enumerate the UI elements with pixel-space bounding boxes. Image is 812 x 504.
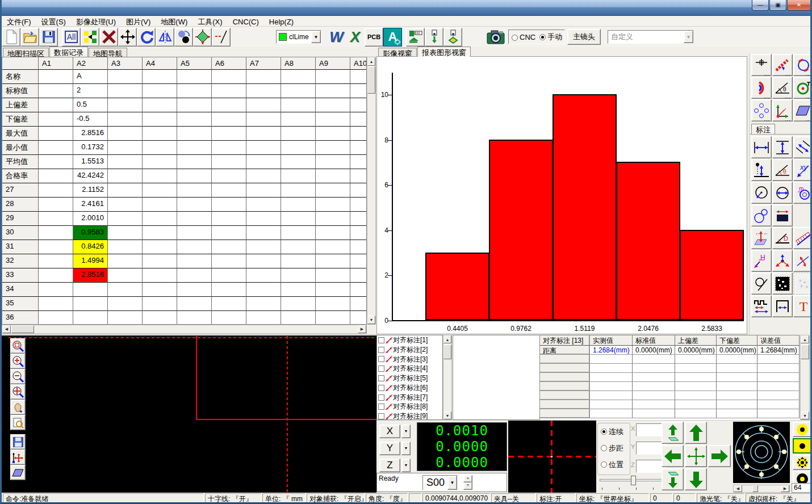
scroll-up-arrow[interactable]: ▲ bbox=[801, 335, 809, 343]
axis-y-dropdown[interactable]: ▼ bbox=[401, 442, 411, 455]
height-label-dim-button[interactable]: H bbox=[751, 250, 772, 272]
jog-x-minus-button[interactable] bbox=[662, 445, 684, 467]
color-select[interactable]: clLime ▼ bbox=[276, 30, 321, 44]
trim-line-button[interactable] bbox=[212, 28, 231, 47]
rectangle-dim-button[interactable] bbox=[772, 204, 793, 226]
light-square-button[interactable] bbox=[793, 438, 812, 453]
table-row[interactable]: 36 bbox=[2, 311, 366, 325]
line-angle-dim-button[interactable]: D bbox=[772, 227, 793, 249]
scroll-down-arrow[interactable]: ▼ bbox=[801, 411, 809, 419]
result-table-scrollbar[interactable]: ▲ ▼ bbox=[800, 335, 810, 420]
preview-button[interactable] bbox=[10, 415, 26, 430]
table-row[interactable]: 321.4994 bbox=[2, 254, 366, 268]
preset-select-arrow[interactable]: ▼ bbox=[684, 31, 693, 43]
cnc-radio-circle[interactable] bbox=[512, 35, 518, 41]
menu-cnc[interactable]: CNC(C) bbox=[228, 16, 264, 27]
tab-data-record[interactable]: 数据记录 bbox=[49, 47, 88, 57]
scroll-thumb[interactable] bbox=[11, 325, 34, 333]
table-row[interactable]: 合格率42.4242 bbox=[2, 169, 366, 183]
width-dim-button[interactable] bbox=[772, 295, 793, 317]
scroll-thumb[interactable] bbox=[801, 345, 809, 359]
table-row[interactable]: 最小值0.1732 bbox=[2, 141, 366, 155]
jog-mode-position[interactable]: 位置 bbox=[598, 456, 630, 473]
jog-x-plus-button[interactable] bbox=[708, 445, 731, 467]
table-row[interactable]: 下偏差-0.5 bbox=[2, 112, 366, 127]
axes-3d-dim-button[interactable] bbox=[772, 250, 793, 272]
scroll-right-arrow[interactable]: ▶ bbox=[781, 485, 789, 492]
table-row[interactable]: 332.8516 bbox=[2, 268, 366, 283]
annotation-list-item[interactable]: 对齐标注[5] bbox=[377, 373, 442, 383]
select-all-button[interactable]: All bbox=[62, 28, 81, 47]
light-segmented-button[interactable] bbox=[793, 455, 812, 470]
circle-group-tool-button[interactable]: ... bbox=[751, 99, 772, 121]
ring-light-control[interactable] bbox=[733, 422, 790, 483]
bitmap-region-button[interactable] bbox=[772, 272, 793, 295]
annotation-list-scrollbar[interactable]: ▲ ▼ bbox=[443, 335, 452, 420]
marked-circle-dim-button[interactable]: m bbox=[793, 182, 812, 204]
circle-line-dim-button[interactable] bbox=[751, 272, 772, 295]
table-row[interactable]: 292.0010 bbox=[2, 212, 366, 226]
sort-points-button[interactable] bbox=[81, 28, 99, 47]
text-tool-button[interactable]: T bbox=[793, 295, 812, 317]
axis-x-dropdown[interactable]: ▼ bbox=[401, 425, 411, 438]
table-row[interactable]: 标称值2 bbox=[2, 84, 366, 98]
title-bar[interactable]: — ▣ ✕ bbox=[0, 0, 812, 16]
probe-calibrate-button[interactable] bbox=[406, 28, 425, 47]
annotation-checkbox[interactable] bbox=[378, 394, 384, 401]
jog-z-down-button[interactable] bbox=[662, 468, 684, 490]
profile-dim-button[interactable] bbox=[751, 295, 772, 317]
table-row[interactable]: 34 bbox=[2, 283, 366, 297]
annotation-checkbox[interactable] bbox=[378, 375, 384, 381]
table-horizontal-scrollbar[interactable]: ◀ ▶ bbox=[2, 325, 367, 334]
tab-image-view[interactable]: 影像视窗 bbox=[378, 48, 417, 57]
tab-map-nav[interactable]: 地图导航 bbox=[89, 48, 127, 57]
tab-map-scan[interactable]: 地图扫描区 bbox=[3, 48, 49, 57]
result-row[interactable] bbox=[540, 400, 800, 409]
table-row[interactable]: 最大值2.8516 bbox=[2, 127, 366, 141]
perpendicular-dim-button[interactable] bbox=[793, 250, 812, 272]
delete-button[interactable] bbox=[99, 28, 118, 47]
plane-tool-button[interactable]: ... bbox=[793, 99, 812, 121]
axis-z-dropdown[interactable]: ▼ bbox=[401, 459, 411, 472]
diameter-dim-button[interactable] bbox=[772, 182, 793, 204]
region-button[interactable] bbox=[193, 28, 212, 47]
scroll-left-arrow[interactable]: ◀ bbox=[734, 485, 742, 492]
axis-x-button[interactable]: X bbox=[379, 425, 400, 438]
arc-tool-button[interactable]: ... bbox=[751, 77, 772, 99]
pan-button[interactable] bbox=[10, 400, 26, 415]
export-excel-button[interactable]: X bbox=[346, 28, 365, 47]
vertical-distance-dim-button[interactable] bbox=[772, 136, 793, 158]
light-value-input[interactable]: 64 bbox=[792, 483, 812, 493]
program-select[interactable]: S00 ▼ bbox=[422, 475, 458, 490]
cnc-radio[interactable]: CNC bbox=[509, 33, 535, 41]
tab-report-graph-view[interactable]: 报表图形视窗 bbox=[417, 47, 471, 57]
table-row[interactable]: 282.4161 bbox=[2, 198, 366, 212]
point-line-distance-dim-button[interactable] bbox=[751, 159, 772, 181]
speed-slider-thumb[interactable] bbox=[631, 476, 636, 485]
angle-tool-button[interactable]: θ... bbox=[772, 77, 793, 99]
xy-coordinate-dim-button[interactable]: xy bbox=[793, 159, 812, 181]
move-origin-button[interactable] bbox=[10, 450, 26, 465]
annotation-list-item[interactable]: 对齐标注[6] bbox=[377, 383, 442, 393]
scroll-up-arrow[interactable]: ▲ bbox=[367, 57, 375, 66]
annotation-checkbox[interactable] bbox=[378, 385, 384, 391]
zoom-out-button[interactable] bbox=[10, 369, 26, 384]
jog-mode-continuous[interactable]: 连续 bbox=[598, 423, 630, 440]
jog-z-up-button[interactable] bbox=[662, 422, 684, 444]
table-row[interactable]: 272.1152 bbox=[2, 183, 366, 198]
ruler-dim-button[interactable] bbox=[793, 227, 812, 249]
new-file-button[interactable] bbox=[2, 28, 20, 47]
coordinate-system-tool-button[interactable]: ... bbox=[772, 99, 793, 121]
scroll-thumb[interactable] bbox=[367, 66, 375, 94]
light-ring-outer-button[interactable] bbox=[793, 422, 812, 437]
program-spinner[interactable]: ▲ ▼ bbox=[463, 475, 472, 490]
annotation-list-item[interactable]: 对齐标注[7] bbox=[377, 393, 442, 402]
light-intensity-scrollbar[interactable]: ◀ ▶ bbox=[733, 485, 790, 493]
scroll-right-arrow[interactable]: ▶ bbox=[358, 325, 366, 333]
table-row[interactable]: 310.8426 bbox=[2, 240, 366, 254]
scroll-up-arrow[interactable]: ▲ bbox=[443, 335, 451, 343]
minimize-button[interactable]: — bbox=[752, 0, 769, 11]
annotation-list-item[interactable]: 对齐标注[2] bbox=[377, 345, 442, 355]
circle-tool-button[interactable]: ... bbox=[793, 54, 812, 76]
radius-dim-button[interactable] bbox=[751, 182, 772, 204]
